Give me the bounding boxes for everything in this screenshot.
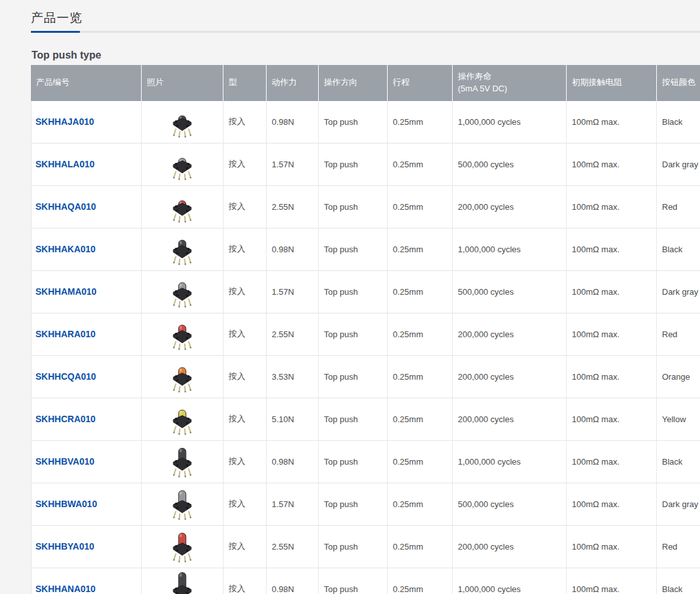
table-row: SKHHAJA010 按入 0.98N Top push 0.25mm 1,00… — [31, 101, 700, 144]
cell-part-no: SKHHBVA010 — [31, 441, 141, 483]
cell-travel: 0.25mm — [387, 568, 452, 594]
column-header-life: 操作寿命(5mA 5V DC) — [452, 65, 566, 101]
cell-type: 按入 — [223, 101, 266, 144]
table-row: SKHHAMA010 按入 1.57N Top push 0.25mm 500,… — [31, 271, 700, 313]
column-header-label: 照片 — [147, 77, 218, 89]
product-link[interactable]: SKHHANA010 — [35, 584, 95, 594]
tact-switch-photo-icon — [168, 159, 196, 169]
tact-switch-photo-icon — [168, 584, 196, 593]
product-link[interactable]: SKHHBWA010 — [35, 499, 97, 509]
tact-switch-photo-icon — [168, 499, 196, 508]
column-header-type: 型 — [223, 65, 266, 101]
tact-switch-photo-icon — [168, 116, 196, 126]
cell-type: 按入 — [223, 186, 266, 228]
table-row: SKHHCRA010 按入 5.10N Top push 0.25mm 200,… — [31, 398, 700, 441]
cell-color: Dark gray — [656, 144, 700, 186]
product-link[interactable]: SKHHARA010 — [35, 329, 95, 339]
cell-travel: 0.25mm — [387, 356, 452, 398]
product-link[interactable]: SKHHBYA010 — [35, 541, 94, 552]
cell-force: 0.98N — [266, 101, 318, 144]
table-row: SKHHBWA010 按入 1.57N Top push 0.25mm 500,… — [31, 483, 700, 526]
tact-switch-photo-icon — [168, 456, 196, 466]
column-header-label: 行程 — [393, 77, 447, 89]
cell-photo — [141, 313, 223, 356]
cell-direction: Top push — [318, 483, 387, 526]
cell-type: 按入 — [223, 526, 266, 568]
cell-color: Dark gray — [656, 271, 700, 313]
cell-life: 200,000 cycles — [452, 186, 566, 228]
cell-color: Black — [656, 441, 700, 483]
cell-photo — [141, 186, 223, 228]
cell-travel: 0.25mm — [387, 313, 452, 356]
column-header-sublabel: (5mA 5V DC) — [458, 83, 561, 95]
table-row: SKHHAKA010 按入 0.98N Top push 0.25mm 1,00… — [31, 228, 700, 271]
tact-switch-photo-icon — [168, 244, 196, 254]
cell-photo — [141, 526, 223, 568]
cell-force: 1.57N — [266, 144, 318, 186]
tact-switch-photo-icon — [168, 541, 196, 551]
product-link[interactable]: SKHHALA010 — [35, 159, 95, 169]
cell-life: 1,000,000 cycles — [452, 228, 566, 271]
cell-resistance: 100mΩ max. — [566, 526, 656, 568]
cell-type: 按入 — [223, 144, 266, 186]
column-header-direction: 操作方向 — [318, 65, 387, 101]
cell-direction: Top push — [318, 186, 387, 228]
cell-travel: 0.25mm — [387, 441, 452, 483]
column-header-label: 按钮颜色 — [662, 77, 700, 89]
cell-color: Dark gray — [656, 483, 700, 526]
cell-type: 按入 — [223, 441, 266, 483]
cell-force: 5.10N — [266, 398, 318, 441]
cell-photo — [141, 228, 223, 271]
cell-part-no: SKHHBWA010 — [31, 483, 141, 526]
cell-travel: 0.25mm — [387, 398, 452, 441]
column-header-photo: 照片 — [141, 65, 223, 101]
cell-force: 0.98N — [266, 228, 318, 271]
header-row: 产品编号照片型动作力操作方向行程操作寿命(5mA 5V DC)初期接触电阻按钮颜… — [31, 65, 700, 101]
product-link[interactable]: SKHHAQA010 — [35, 201, 96, 212]
product-link[interactable]: SKHHCRA010 — [35, 414, 95, 424]
table-header: 产品编号照片型动作力操作方向行程操作寿命(5mA 5V DC)初期接触电阻按钮颜… — [31, 65, 700, 101]
product-link[interactable]: SKHHBVA010 — [35, 456, 95, 467]
cell-color: Yellow — [656, 398, 700, 441]
column-header-color: 按钮颜色 — [656, 65, 700, 101]
cell-direction: Top push — [318, 144, 387, 186]
cell-direction: Top push — [318, 313, 387, 356]
cell-travel: 0.25mm — [387, 144, 452, 186]
column-header-label: 操作方向 — [324, 77, 382, 89]
column-header-resistance: 初期接触电阻 — [566, 65, 656, 101]
product-link[interactable]: SKHHAMA010 — [35, 286, 97, 297]
cell-life: 200,000 cycles — [452, 313, 566, 356]
cell-part-no: SKHHCQA010 — [31, 356, 141, 398]
cell-color: Black — [656, 228, 700, 271]
cell-type: 按入 — [223, 483, 266, 526]
cell-resistance: 100mΩ max. — [566, 441, 656, 483]
table-row: SKHHALA010 按入 1.57N Top push 0.25mm 500,… — [31, 144, 700, 186]
cell-force: 0.98N — [266, 568, 318, 594]
cell-life: 500,000 cycles — [452, 483, 566, 526]
cell-direction: Top push — [318, 568, 387, 594]
product-link[interactable]: SKHHAKA010 — [35, 244, 95, 254]
product-link[interactable]: SKHHAJA010 — [35, 116, 94, 127]
cell-travel: 0.25mm — [387, 101, 452, 144]
product-link[interactable]: SKHHCQA010 — [35, 371, 96, 382]
cell-direction: Top push — [318, 101, 387, 144]
cell-part-no: SKHHAMA010 — [31, 271, 141, 313]
table-row: SKHHBYA010 按入 2.55N Top push 0.25mm 200,… — [31, 526, 700, 568]
cell-resistance: 100mΩ max. — [566, 313, 656, 356]
cell-color: Red — [656, 526, 700, 568]
section-title: Top push type — [32, 50, 700, 61]
tact-switch-photo-icon — [168, 414, 196, 423]
tact-switch-photo-icon — [168, 329, 196, 339]
product-table: 产品编号照片型动作力操作方向行程操作寿命(5mA 5V DC)初期接触电阻按钮颜… — [31, 65, 700, 594]
cell-life: 1,000,000 cycles — [452, 568, 566, 594]
table-row: SKHHARA010 按入 2.55N Top push 0.25mm 200,… — [31, 313, 700, 356]
cell-color: Red — [656, 186, 700, 228]
cell-force: 1.57N — [266, 271, 318, 313]
tact-switch-photo-icon — [168, 201, 196, 211]
product-list-page: 产品一览 Top push type 产品编号照片型动作力操作方向行程操作寿命(… — [0, 0, 700, 594]
cell-photo — [141, 398, 223, 441]
page-title: 产品一览 — [31, 10, 700, 26]
cell-color: Black — [656, 568, 700, 594]
cell-direction: Top push — [318, 228, 387, 271]
cell-color: Black — [656, 101, 700, 144]
